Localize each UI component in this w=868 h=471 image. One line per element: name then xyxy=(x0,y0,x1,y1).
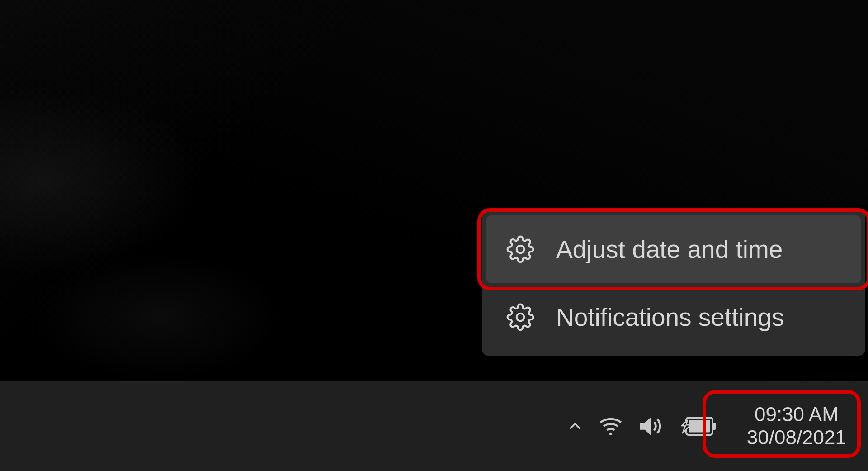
svg-point-2 xyxy=(609,432,612,435)
wifi-icon xyxy=(598,413,624,439)
clock-context-menu: Adjust date and time Notifications setti… xyxy=(482,211,865,356)
menu-item-adjust-date-time[interactable]: Adjust date and time xyxy=(486,215,861,283)
tray-volume-button[interactable] xyxy=(637,412,665,440)
tray-battery-button[interactable] xyxy=(677,415,718,438)
clock-date: 30/08/2021 xyxy=(747,426,846,449)
tray-overflow-button[interactable] xyxy=(565,416,585,436)
tray-network-button[interactable] xyxy=(598,413,624,439)
chevron-up-icon xyxy=(565,416,585,436)
svg-point-0 xyxy=(517,246,524,253)
menu-item-label: Adjust date and time xyxy=(556,235,783,264)
taskbar: 09:30 AM 30/08/2021 xyxy=(0,381,868,471)
menu-item-notifications-settings[interactable]: Notifications settings xyxy=(486,283,861,351)
gear-icon xyxy=(506,235,534,263)
svg-marker-3 xyxy=(640,417,651,435)
menu-item-label: Notifications settings xyxy=(556,303,784,332)
speaker-icon xyxy=(637,412,665,440)
battery-charging-icon xyxy=(677,415,718,438)
svg-rect-5 xyxy=(712,423,716,430)
taskbar-clock[interactable]: 09:30 AM 30/08/2021 xyxy=(739,400,854,452)
gear-icon xyxy=(506,303,534,331)
svg-rect-6 xyxy=(689,420,710,432)
svg-point-1 xyxy=(517,314,524,321)
system-tray: 09:30 AM 30/08/2021 xyxy=(565,400,854,452)
clock-time: 09:30 AM xyxy=(755,403,839,426)
